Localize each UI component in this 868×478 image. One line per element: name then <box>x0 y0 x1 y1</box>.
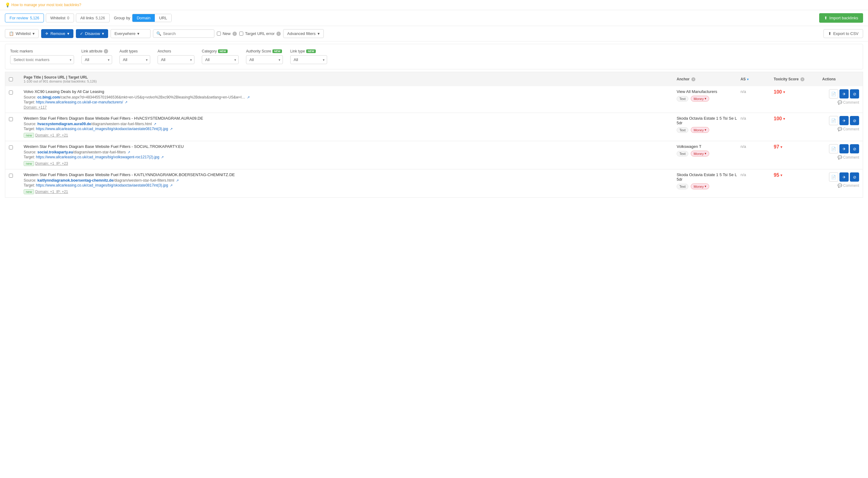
th-toxicity-score: Toxicity Score i <box>774 77 820 81</box>
row-checkbox[interactable] <box>9 91 13 95</box>
row-checkbox[interactable] <box>9 145 13 149</box>
row-copy-button[interactable]: 📄 <box>829 144 838 153</box>
anchors-select[interactable]: All <box>158 55 194 64</box>
search-icon: 🔍 <box>156 31 161 36</box>
row-target-link[interactable]: https://www.allcarleasing.co.uk/cad_imag… <box>36 127 168 131</box>
link-attribute-info-icon[interactable]: i <box>104 49 108 54</box>
location-select-chevron-icon: ▾ <box>137 31 140 36</box>
toxic-markers-filter: Toxic markers <box>10 49 74 64</box>
row-block-button[interactable]: ⊘ <box>850 89 859 99</box>
row-comment-link[interactable]: 💬 Comment <box>838 100 859 105</box>
row-copy-button[interactable]: 📄 <box>829 172 838 182</box>
location-select[interactable]: Everywhere ▾ <box>111 29 151 38</box>
row-checkbox[interactable] <box>9 117 13 121</box>
whitelist-chevron-icon: ▾ <box>33 31 35 36</box>
toxic-markers-select[interactable] <box>10 55 74 64</box>
row-comment-link[interactable]: 💬 Comment <box>838 155 859 160</box>
row-send-button[interactable]: ✈ <box>839 172 849 182</box>
anchor-info-icon[interactable]: i <box>691 77 695 81</box>
money-tag[interactable]: Money ▾ <box>691 127 709 133</box>
tab-all-links[interactable]: All links 5,126 <box>76 13 110 23</box>
row-block-button[interactable]: ⊘ <box>850 172 859 182</box>
th-as[interactable]: AS ▾ <box>741 77 771 81</box>
new-checkbox[interactable] <box>217 32 221 36</box>
row-toxicity-score[interactable]: 95 ▾ <box>774 172 820 178</box>
row-source-link[interactable]: social.troikaparty.eu <box>37 150 73 154</box>
toxicity-info-icon[interactable]: i <box>800 77 804 81</box>
money-tag[interactable]: Money ▾ <box>691 151 709 157</box>
row-toxicity-score[interactable]: 100 ▾ <box>774 116 820 122</box>
row-source-line: Source: hvacsystemdiagram.aura09.de/diag… <box>24 122 674 126</box>
tab-for-review[interactable]: For review 5,126 <box>5 13 44 23</box>
export-csv-button[interactable]: ⬆ Export to CSV <box>824 29 863 38</box>
target-ext-link-icon[interactable]: ↗ <box>170 183 173 187</box>
target-url-error-info-icon[interactable]: i <box>276 32 281 36</box>
group-by-domain[interactable]: Domain <box>132 14 155 22</box>
authority-score-select[interactable]: All <box>246 55 283 64</box>
toxicity-chevron-icon: ▾ <box>783 90 785 94</box>
row-copy-button[interactable]: 📄 <box>829 89 838 99</box>
link-attribute-select[interactable]: All <box>82 55 112 64</box>
row-comment-link[interactable]: 💬 Comment <box>838 127 859 131</box>
row-toxicity-score[interactable]: 100 ▾ <box>774 89 820 95</box>
row-anchor-text: Volkswagen T <box>677 144 738 149</box>
tab-group: For review 5,126 Whitelist 0 All links 5… <box>5 13 817 23</box>
row-action-icons: 📄 ✈ ⊘ <box>829 172 859 182</box>
row-checkbox[interactable] <box>9 174 13 178</box>
source-ext-link-icon[interactable]: ↗ <box>154 122 156 126</box>
disavow-button[interactable]: ✓ Disavow ▾ <box>76 29 108 38</box>
domain-ip-line[interactable]: Domain: +1 IP: +23 <box>35 161 68 166</box>
target-url-error-checkbox[interactable] <box>239 32 243 36</box>
advanced-filters-button[interactable]: Advanced filters ▾ <box>283 29 324 38</box>
row-source-link[interactable]: hvacsystemdiagram.aura09.de <box>37 122 91 126</box>
th-as-text: AS <box>741 77 746 81</box>
search-input[interactable] <box>163 31 209 36</box>
new-tag: new <box>24 133 34 138</box>
remove-button[interactable]: ✈ Remove ▾ <box>41 29 73 38</box>
source-ext-link-icon[interactable]: ↗ <box>247 95 250 99</box>
link-type-select[interactable]: All <box>290 55 327 64</box>
select-all-checkbox[interactable] <box>9 77 13 81</box>
row-source-link[interactable]: cc.bingj.com <box>37 95 60 99</box>
row-source-link[interactable]: kaitlynndiagramok.boersentag-chemnitz.de <box>37 178 113 182</box>
source-ext-link-icon[interactable]: ↗ <box>127 150 130 154</box>
import-backlinks-button[interactable]: ⬆ Import backlinks <box>819 13 863 23</box>
row-send-button[interactable]: ✈ <box>839 116 849 125</box>
th-checkbox <box>9 77 21 81</box>
th-page-title-text: Page Title | Source URL | Target URL <box>24 75 97 79</box>
row-target-link[interactable]: https://www.allcarleasing.co.uk/cad_imag… <box>36 183 168 187</box>
row-send-button[interactable]: ✈ <box>839 89 849 99</box>
tab-whitelist[interactable]: Whitelist 0 <box>46 13 74 23</box>
money-tag[interactable]: Money ▾ <box>691 96 709 102</box>
money-tag[interactable]: Money ▾ <box>691 183 709 189</box>
target-ext-link-icon[interactable]: ↗ <box>125 100 127 104</box>
comment-icon: 💬 <box>838 183 842 188</box>
new-info-icon[interactable]: i <box>232 32 237 36</box>
search-box[interactable]: 🔍 <box>153 29 214 38</box>
row-target-link[interactable]: https://www.allcarleasing.co.uk/cad_imag… <box>36 155 159 159</box>
table-rows: Volvo XC90 Leasing Deals by All Car Leas… <box>5 86 863 198</box>
money-chevron-icon: ▾ <box>705 128 707 132</box>
row-comment-link[interactable]: 💬 Comment <box>838 183 859 188</box>
row-toxicity-score[interactable]: 97 ▾ <box>774 144 820 150</box>
domain-line[interactable]: Domain: +117 <box>24 105 47 109</box>
row-target-link[interactable]: https://www.allcarleasing.co.uk/all-car-… <box>36 100 123 104</box>
text-tag: Text <box>677 127 688 133</box>
audit-types-select[interactable]: All <box>120 55 150 64</box>
row-send-button[interactable]: ✈ <box>839 144 849 153</box>
target-ext-link-icon[interactable]: ↗ <box>170 127 173 131</box>
help-link[interactable]: How to manage your most toxic backlinks? <box>5 2 863 7</box>
whitelist-icon: 📋 <box>9 31 14 36</box>
category-select[interactable]: All <box>202 55 239 64</box>
source-ext-link-icon[interactable]: ↗ <box>176 178 179 182</box>
row-action-icons: 📄 ✈ ⊘ <box>829 116 859 125</box>
group-by-url[interactable]: URL <box>155 14 172 22</box>
row-source-line: Source: kaitlynndiagramok.boersentag-che… <box>24 178 674 182</box>
row-copy-button[interactable]: 📄 <box>829 116 838 125</box>
domain-ip-line[interactable]: Domain: +1 IP: +21 <box>35 133 68 137</box>
whitelist-button[interactable]: 📋 Whitelist ▾ <box>5 29 39 38</box>
row-block-button[interactable]: ⊘ <box>850 144 859 153</box>
domain-ip-line[interactable]: Domain: +1 IP: +21 <box>35 190 68 194</box>
row-block-button[interactable]: ⊘ <box>850 116 859 125</box>
target-ext-link-icon[interactable]: ↗ <box>161 155 164 159</box>
